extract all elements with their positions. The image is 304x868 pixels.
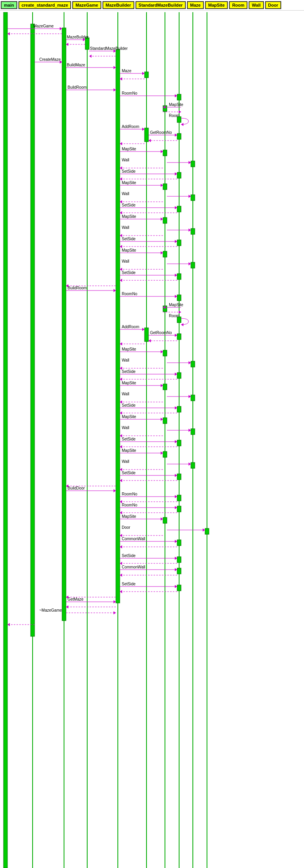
svg-marker-106 xyxy=(161,184,163,187)
svg-text:RoomNo: RoomNo xyxy=(122,492,137,496)
svg-marker-237 xyxy=(7,623,10,626)
header-main: main xyxy=(1,1,17,9)
svg-text:MazeGame: MazeGame xyxy=(33,24,54,28)
svg-marker-173 xyxy=(120,411,122,415)
svg-marker-231 xyxy=(114,600,116,603)
svg-marker-191 xyxy=(175,474,177,477)
svg-text:SetSide: SetSide xyxy=(122,169,136,174)
svg-marker-233 xyxy=(66,605,68,609)
svg-text:GetMaze: GetMaze xyxy=(68,597,84,601)
svg-marker-65 xyxy=(66,43,68,46)
svg-text:Wall: Wall xyxy=(122,392,129,396)
svg-rect-51 xyxy=(191,228,195,234)
svg-text:GetRoomNo: GetRoomNo xyxy=(150,331,172,335)
svg-marker-63 xyxy=(83,38,85,41)
header-bar: main create_standard_maze MazeGame MazeB… xyxy=(0,0,304,11)
svg-marker-102 xyxy=(175,172,177,175)
svg-text:Maze: Maze xyxy=(122,69,132,73)
svg-rect-32 xyxy=(177,172,181,178)
svg-text:SetSide: SetSide xyxy=(122,437,136,441)
svg-rect-29 xyxy=(177,94,181,100)
svg-text:Wall: Wall xyxy=(122,192,129,196)
svg-text:SetSide: SetSide xyxy=(122,554,136,558)
svg-marker-193 xyxy=(120,479,122,482)
svg-marker-142 xyxy=(163,306,165,309)
svg-marker-96 xyxy=(161,150,163,153)
svg-text:SetSide: SetSide xyxy=(122,203,136,207)
svg-marker-59 xyxy=(60,27,62,30)
svg-text:SetSide: SetSide xyxy=(122,403,136,408)
svg-marker-73 xyxy=(114,66,116,69)
svg-marker-120 xyxy=(120,234,122,237)
svg-marker-81 xyxy=(175,94,177,97)
svg-text:BuildDoor: BuildDoor xyxy=(68,486,85,490)
diagram-svg: MazeGame MazeBuilder StandardMazeBuilder… xyxy=(0,12,304,868)
svg-text:Room: Room xyxy=(169,314,179,318)
svg-text:SetSide: SetSide xyxy=(122,369,136,374)
svg-marker-67 xyxy=(114,49,116,53)
header-standardmazebuilder: StandardMazeBuilder xyxy=(136,1,186,9)
svg-marker-130 xyxy=(120,268,122,271)
svg-marker-116 xyxy=(161,217,163,221)
svg-marker-235 xyxy=(114,611,116,614)
svg-marker-219 xyxy=(120,562,122,565)
svg-marker-114 xyxy=(120,211,122,214)
svg-text:MapSite: MapSite xyxy=(122,248,136,252)
svg-text:Wall: Wall xyxy=(122,259,129,263)
svg-rect-22 xyxy=(163,251,167,257)
svg-marker-211 xyxy=(120,534,122,537)
svg-marker-209 xyxy=(203,528,205,532)
svg-text:MapSite: MapSite xyxy=(169,102,183,107)
svg-text:GetRoomNo: GetRoomNo xyxy=(150,130,172,135)
svg-marker-140 xyxy=(175,295,177,298)
svg-rect-34 xyxy=(177,240,181,246)
svg-marker-71 xyxy=(60,60,62,64)
svg-marker-77 xyxy=(120,77,122,80)
svg-marker-183 xyxy=(120,445,122,448)
svg-rect-37 xyxy=(177,317,181,323)
svg-rect-28 xyxy=(163,517,167,523)
svg-rect-47 xyxy=(177,568,181,574)
svg-rect-44 xyxy=(177,506,181,512)
svg-rect-19 xyxy=(163,150,167,156)
svg-marker-189 xyxy=(120,468,122,471)
svg-text:MapSite: MapSite xyxy=(122,181,136,185)
svg-marker-132 xyxy=(175,274,177,277)
svg-text:Wall: Wall xyxy=(122,426,129,430)
svg-marker-213 xyxy=(175,540,177,543)
header-door: Door xyxy=(265,1,282,9)
svg-text:SetSide: SetSide xyxy=(122,471,136,475)
svg-text:MapSite: MapSite xyxy=(169,303,183,307)
svg-rect-55 xyxy=(191,429,195,435)
svg-marker-157 xyxy=(189,361,191,364)
svg-marker-159 xyxy=(120,367,122,370)
svg-rect-46 xyxy=(177,557,181,563)
svg-text:StandardMazeBuilder: StandardMazeBuilder xyxy=(90,46,128,51)
svg-marker-207 xyxy=(161,517,163,521)
svg-text:Wall: Wall xyxy=(122,225,129,230)
svg-text:Wall: Wall xyxy=(122,158,129,162)
svg-text:SetSide: SetSide xyxy=(122,237,136,241)
svg-marker-179 xyxy=(120,434,122,437)
svg-marker-110 xyxy=(120,200,122,203)
svg-marker-221 xyxy=(175,568,177,571)
svg-rect-56 xyxy=(191,462,195,468)
header-mapsite: MapSite xyxy=(205,1,228,9)
svg-marker-118 xyxy=(189,228,191,232)
svg-text:MapSite: MapSite xyxy=(122,147,136,151)
svg-marker-134 xyxy=(120,279,122,282)
svg-rect-41 xyxy=(177,440,181,446)
svg-marker-112 xyxy=(175,206,177,209)
svg-marker-225 xyxy=(175,585,177,588)
svg-marker-195 xyxy=(66,484,68,488)
svg-text:Wall: Wall xyxy=(122,459,129,464)
svg-marker-229 xyxy=(66,596,68,599)
svg-marker-175 xyxy=(161,418,163,421)
svg-marker-108 xyxy=(189,195,191,198)
svg-text:RoomNo: RoomNo xyxy=(122,292,137,296)
svg-marker-83 xyxy=(163,106,165,109)
sequence-diagram: MazeGame MazeBuilder StandardMazeBuilder… xyxy=(0,12,304,868)
svg-text:CommonWall: CommonWall xyxy=(122,537,145,541)
svg-marker-151 xyxy=(148,339,151,342)
svg-rect-13 xyxy=(85,38,89,49)
